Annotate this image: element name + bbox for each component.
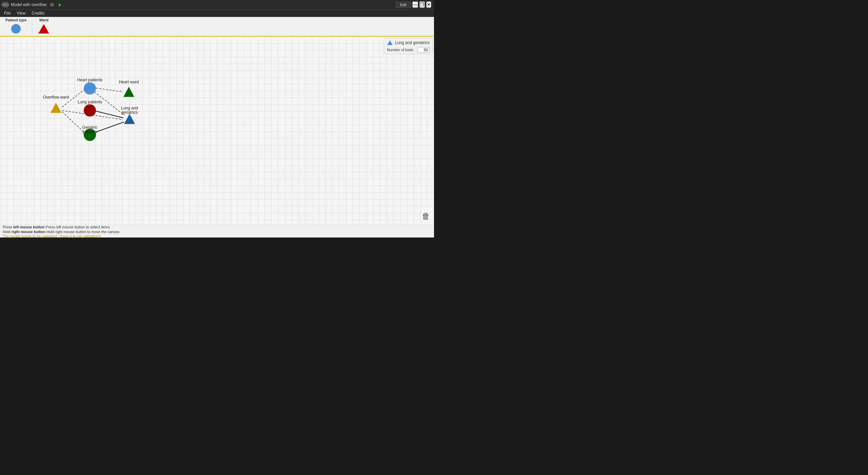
canvas-wrapper[interactable]: Heart patients Lung patients Geriatric p… xyxy=(0,37,434,238)
menu-view[interactable]: View xyxy=(14,10,28,16)
trash-button[interactable]: 🗑 xyxy=(420,210,431,222)
run-icon[interactable]: ▶ xyxy=(57,2,63,7)
app-icon: BEDS xyxy=(3,2,8,7)
node-heart-patients[interactable] xyxy=(84,82,96,95)
ward-label: Ward xyxy=(39,18,48,22)
titlebar-left: BEDS Model with overflow ⚙ ▶ xyxy=(3,2,63,7)
edge-lung-lunggeri xyxy=(96,111,123,118)
menu-file[interactable]: File xyxy=(1,10,13,16)
label-heart-ward: Heart ward xyxy=(119,80,139,84)
label-heart-patients: Heart patients xyxy=(77,78,103,82)
node-heart-ward[interactable] xyxy=(123,87,134,97)
label-lung-geriatrics-1: Lung and xyxy=(121,106,138,110)
close-button[interactable]: ✕ xyxy=(426,1,431,8)
menubar: File View Credits xyxy=(0,9,434,17)
toolbar-divider xyxy=(32,20,32,33)
node-lung-geriatrics[interactable] xyxy=(124,114,135,124)
svg-marker-2 xyxy=(387,40,393,45)
edit-button[interactable]: Edit xyxy=(396,2,411,8)
titlebar: BEDS Model with overflow ⚙ ▶ Edit — ❐ ✕ xyxy=(0,0,434,9)
canvas-svg: Heart patients Lung patients Geriatric p… xyxy=(0,37,434,225)
status-line1: Press left mouse button Press left mouse… xyxy=(3,225,431,229)
status-warning: The model needs to be validated. (Save i… xyxy=(3,234,431,238)
node-overflow-ward[interactable] xyxy=(51,103,61,113)
patient-type-icon xyxy=(10,23,22,35)
label-lung-patients: Lung patients xyxy=(78,100,102,104)
info-panel-beds: Number of beds xyxy=(387,47,430,53)
toolbar: Patient type Ward xyxy=(0,17,434,37)
info-panel-title: Lung and geriatrics xyxy=(387,40,430,46)
info-panel-label: Lung and geriatrics xyxy=(395,40,430,45)
restore-button[interactable]: ❐ xyxy=(419,1,425,8)
patient-type-label: Patient type xyxy=(5,18,26,22)
label-overflow-ward: Overflow ward xyxy=(43,95,69,100)
ward-icon xyxy=(38,23,50,35)
toolbar-ward[interactable]: Ward xyxy=(35,17,53,36)
minimize-button[interactable]: — xyxy=(412,1,418,8)
title-text: Model with overflow xyxy=(11,2,46,7)
svg-marker-1 xyxy=(38,24,49,34)
edge-heart-heartward xyxy=(96,88,123,92)
info-panel: Lung and geriatrics Number of beds xyxy=(384,38,433,54)
menu-credits[interactable]: Credits xyxy=(29,10,47,16)
edge-overflow-geriatric xyxy=(62,112,84,132)
label-geriatric-patients-2: patients xyxy=(83,129,97,134)
info-panel-icon xyxy=(387,40,393,46)
node-lung-patients[interactable] xyxy=(84,104,96,117)
beds-label: Number of beds xyxy=(387,48,413,52)
status-line2: Hold right mouse button Hold right mouse… xyxy=(3,229,431,234)
toolbar-patient-type[interactable]: Patient type xyxy=(3,17,29,36)
main-layout: Patient type Ward xyxy=(0,17,434,238)
svg-point-0 xyxy=(11,24,21,34)
label-geriatric-patients-1: Geriatric xyxy=(82,125,97,130)
beds-value-input[interactable] xyxy=(417,47,430,53)
statusbar: Press left mouse button Press left mouse… xyxy=(0,225,434,238)
settings-icon[interactable]: ⚙ xyxy=(49,2,55,7)
titlebar-right: Edit — ❐ ✕ xyxy=(396,1,431,8)
label-lung-geriatrics-2: geriatrics xyxy=(121,110,138,115)
edge-geri-lunggeri xyxy=(96,122,124,132)
